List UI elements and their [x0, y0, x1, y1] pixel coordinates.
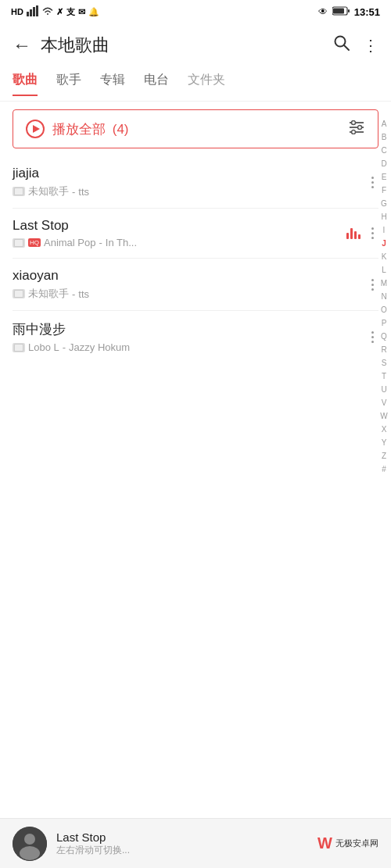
svg-rect-16: [15, 188, 23, 195]
status-battery: [332, 6, 350, 18]
song-album: Jazzy Hokum: [69, 341, 130, 353]
alpha-P[interactable]: P: [382, 316, 387, 330]
song-artist: Lobo L: [28, 341, 59, 353]
dot: [371, 331, 374, 334]
svg-point-24: [24, 834, 35, 845]
alpha-C[interactable]: C: [381, 144, 386, 157]
song-album: tts: [78, 186, 89, 198]
alpha-hash[interactable]: #: [382, 463, 386, 476]
song-info-laststop: Last Stop HQ Animal Pop - In Th...: [13, 218, 346, 248]
alpha-X[interactable]: X: [382, 423, 387, 436]
song-album: tts: [78, 288, 89, 300]
song-title: 雨中漫步: [13, 320, 367, 338]
dot: [371, 341, 374, 343]
list-item[interactable]: jiajia 未知歌手 - tts: [13, 156, 378, 209]
status-eye-icon: 👁: [318, 6, 328, 17]
tab-albums[interactable]: 专辑: [100, 72, 125, 96]
status-bar: HD ✗ 支 ✉ 🔔 👁: [0, 0, 391, 23]
status-pay: 支: [66, 6, 75, 18]
alpha-A[interactable]: A: [382, 117, 387, 130]
sort-button[interactable]: [348, 120, 365, 138]
dot: [371, 186, 374, 188]
status-time: 13:51: [354, 6, 380, 18]
song-separator: -: [99, 237, 102, 248]
header: ← 本地歌曲 ⋮: [0, 23, 391, 67]
alpha-M[interactable]: M: [381, 277, 387, 290]
alpha-K[interactable]: K: [382, 250, 387, 263]
song-info-yuzhi: 雨中漫步 Lobo L - Jazzy Hokum: [13, 320, 367, 353]
alpha-Q[interactable]: Q: [381, 330, 387, 343]
status-right: 👁 13:51: [318, 6, 380, 18]
song-meta: 未知歌手 - tts: [13, 287, 367, 301]
alpha-W[interactable]: W: [380, 409, 387, 423]
list-item[interactable]: 雨中漫步 Lobo L - Jazzy Hokum: [13, 311, 378, 363]
dot: [371, 279, 374, 281]
album-icon: [13, 343, 25, 352]
svg-rect-22: [15, 345, 23, 351]
song-album: In Th...: [106, 237, 137, 248]
status-wifi: [42, 6, 53, 18]
album-icon: [13, 289, 25, 298]
tabs-bar: 歌曲 歌手 专辑 电台 文件夹: [0, 67, 391, 102]
more-button[interactable]: ⋮: [363, 36, 378, 55]
alpha-J[interactable]: J: [382, 237, 386, 250]
alpha-H[interactable]: H: [381, 210, 386, 223]
song-artist: 未知歌手: [28, 184, 69, 198]
alpha-R[interactable]: R: [381, 343, 386, 356]
bottom-player[interactable]: Last Stop 左右滑动可切换... W 无极安卓网: [0, 818, 391, 868]
song-separator: -: [63, 341, 66, 353]
svg-rect-3: [36, 5, 38, 16]
playing-indicator: [346, 228, 361, 239]
status-signal: [27, 5, 39, 19]
alpha-G[interactable]: G: [381, 197, 387, 210]
svg-rect-0: [27, 12, 29, 16]
status-x: ✗: [56, 7, 63, 17]
tab-songs[interactable]: 歌曲: [13, 72, 38, 96]
bar4: [358, 234, 361, 239]
alpha-V[interactable]: V: [382, 396, 387, 409]
status-left: HD ✗ 支 ✉ 🔔: [11, 5, 99, 19]
player-avatar-img: [13, 827, 47, 861]
song-separator: -: [72, 186, 75, 198]
play-all-icon: [26, 120, 45, 138]
tab-folders[interactable]: 文件夹: [188, 72, 225, 96]
back-button[interactable]: ←: [13, 34, 31, 56]
alpha-O[interactable]: O: [381, 303, 387, 316]
alpha-S[interactable]: S: [382, 356, 387, 370]
player-right: W 无极安卓网: [317, 834, 378, 852]
wjaz-w-letter: W: [317, 834, 332, 852]
alpha-N[interactable]: N: [381, 290, 386, 303]
song-title: xiaoyan: [13, 268, 367, 284]
svg-point-14: [352, 130, 356, 134]
song-meta: 未知歌手 - tts: [13, 184, 367, 198]
alpha-F[interactable]: F: [382, 184, 386, 197]
alpha-L[interactable]: L: [382, 263, 386, 277]
svg-line-8: [344, 45, 349, 50]
alpha-D[interactable]: D: [381, 157, 386, 170]
tab-radio[interactable]: 电台: [144, 72, 169, 96]
alpha-U[interactable]: U: [381, 383, 386, 396]
dot: [371, 237, 374, 239]
song-info-jiajia: jiajia 未知歌手 - tts: [13, 166, 367, 198]
player-song-title: Last Stop: [56, 830, 317, 844]
svg-rect-18: [15, 240, 23, 246]
wjaz-logo: W 无极安卓网: [317, 834, 378, 852]
dot: [371, 288, 374, 291]
alphabet-index[interactable]: A B C D E F G H I J K L M N O P Q R S T …: [377, 117, 391, 476]
alpha-T[interactable]: T: [382, 370, 386, 383]
svg-rect-1: [30, 9, 32, 16]
svg-point-25: [20, 846, 40, 860]
dot: [371, 284, 374, 286]
alpha-Z[interactable]: Z: [382, 449, 386, 463]
player-subtitle: 左右滑动可切换...: [56, 844, 317, 857]
play-all-section[interactable]: 播放全部 (4): [13, 109, 378, 148]
alpha-Y[interactable]: Y: [382, 436, 387, 449]
tab-artists[interactable]: 歌手: [56, 72, 81, 96]
alpha-I[interactable]: I: [383, 223, 386, 237]
list-item[interactable]: Last Stop HQ Animal Pop - In Th...: [13, 209, 378, 259]
list-item[interactable]: xiaoyan 未知歌手 - tts: [13, 259, 378, 311]
song-title: Last Stop: [13, 218, 346, 234]
alpha-B[interactable]: B: [382, 130, 387, 144]
search-button[interactable]: [333, 34, 350, 56]
alpha-E[interactable]: E: [382, 170, 387, 184]
